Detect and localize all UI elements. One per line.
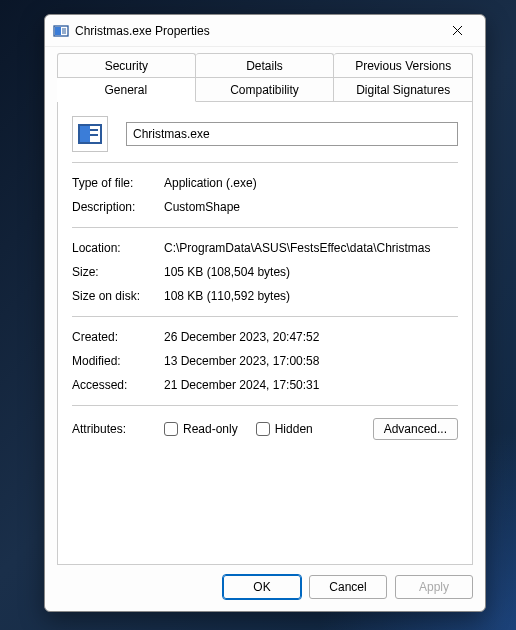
- button-bar: OK Cancel Apply: [45, 565, 485, 611]
- advanced-button[interactable]: Advanced...: [373, 418, 458, 440]
- modified-label: Modified:: [72, 354, 164, 368]
- general-panel: Type of file: Application (.exe) Descrip…: [57, 101, 473, 565]
- divider: [72, 162, 458, 163]
- svg-rect-1: [55, 27, 61, 35]
- hidden-label: Hidden: [275, 422, 313, 436]
- type-of-file-label: Type of file:: [72, 176, 164, 190]
- location-label: Location:: [72, 241, 164, 255]
- created-label: Created:: [72, 330, 164, 344]
- properties-window: Christmas.exe Properties Security Detail…: [44, 14, 486, 612]
- tab-digital-signatures[interactable]: Digital Signatures: [334, 77, 473, 101]
- modified-value: 13 December 2023, 17:00:58: [164, 354, 458, 368]
- size-label: Size:: [72, 265, 164, 279]
- created-value: 26 December 2023, 20:47:52: [164, 330, 458, 344]
- divider: [72, 227, 458, 228]
- app-icon: [53, 23, 69, 39]
- tab-strip: Security Details Previous Versions Gener…: [57, 53, 473, 101]
- tab-details[interactable]: Details: [196, 53, 335, 77]
- divider: [72, 316, 458, 317]
- location-value: C:\ProgramData\ASUS\FestsEffec\data\Chri…: [164, 241, 458, 255]
- size-on-disk-label: Size on disk:: [72, 289, 164, 303]
- type-of-file-value: Application (.exe): [164, 176, 458, 190]
- tab-general[interactable]: General: [57, 77, 196, 102]
- hidden-checkbox[interactable]: [256, 422, 270, 436]
- read-only-label: Read-only: [183, 422, 238, 436]
- divider: [72, 405, 458, 406]
- close-button[interactable]: [437, 17, 477, 45]
- size-on-disk-value: 108 KB (110,592 bytes): [164, 289, 458, 303]
- tab-compatibility[interactable]: Compatibility: [196, 77, 335, 101]
- tab-previous-versions[interactable]: Previous Versions: [334, 53, 473, 77]
- ok-button[interactable]: OK: [223, 575, 301, 599]
- size-value: 105 KB (108,504 bytes): [164, 265, 458, 279]
- attributes-label: Attributes:: [72, 422, 164, 436]
- filename-input[interactable]: [126, 122, 458, 146]
- file-type-icon: [72, 116, 108, 152]
- read-only-checkbox[interactable]: [164, 422, 178, 436]
- hidden-checkbox-wrap[interactable]: Hidden: [256, 422, 313, 436]
- content-area: Security Details Previous Versions Gener…: [45, 47, 485, 565]
- read-only-checkbox-wrap[interactable]: Read-only: [164, 422, 238, 436]
- tab-security[interactable]: Security: [57, 53, 196, 77]
- description-label: Description:: [72, 200, 164, 214]
- window-title: Christmas.exe Properties: [75, 24, 437, 38]
- accessed-value: 21 December 2024, 17:50:31: [164, 378, 458, 392]
- titlebar: Christmas.exe Properties: [45, 15, 485, 47]
- description-value: CustomShape: [164, 200, 458, 214]
- accessed-label: Accessed:: [72, 378, 164, 392]
- cancel-button[interactable]: Cancel: [309, 575, 387, 599]
- apply-button[interactable]: Apply: [395, 575, 473, 599]
